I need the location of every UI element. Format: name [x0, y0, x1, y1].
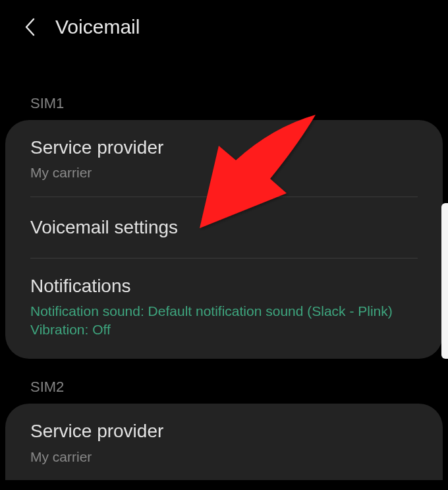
service-provider-item[interactable]: Service provider My carrier [5, 120, 443, 197]
section-header-sim1: SIM1 [0, 50, 448, 120]
item-subtitle: Notification sound: Default notification… [30, 302, 418, 320]
chevron-left-icon [24, 16, 36, 38]
voicemail-settings-item[interactable]: Voicemail settings [5, 197, 443, 258]
item-title: Notifications [30, 274, 418, 298]
page-title: Voicemail [55, 16, 140, 38]
sim1-card: Service provider My carrier Voicemail se… [5, 120, 443, 359]
section-header-sim2: SIM2 [0, 359, 448, 404]
scrollbar[interactable] [441, 203, 448, 359]
item-title: Voicemail settings [30, 216, 418, 239]
item-subtitle-line2: Vibration: Off [30, 321, 418, 339]
item-title: Service provider [30, 419, 418, 443]
sim2-card: Service provider My carrier [5, 404, 443, 480]
service-provider-item-sim2[interactable]: Service provider My carrier [5, 404, 443, 480]
header: Voicemail [0, 0, 448, 50]
back-button[interactable] [22, 16, 37, 38]
item-title: Service provider [30, 136, 418, 160]
notifications-item[interactable]: Notifications Notification sound: Defaul… [5, 259, 443, 359]
item-subtitle: My carrier [30, 448, 418, 466]
item-subtitle: My carrier [30, 164, 418, 181]
